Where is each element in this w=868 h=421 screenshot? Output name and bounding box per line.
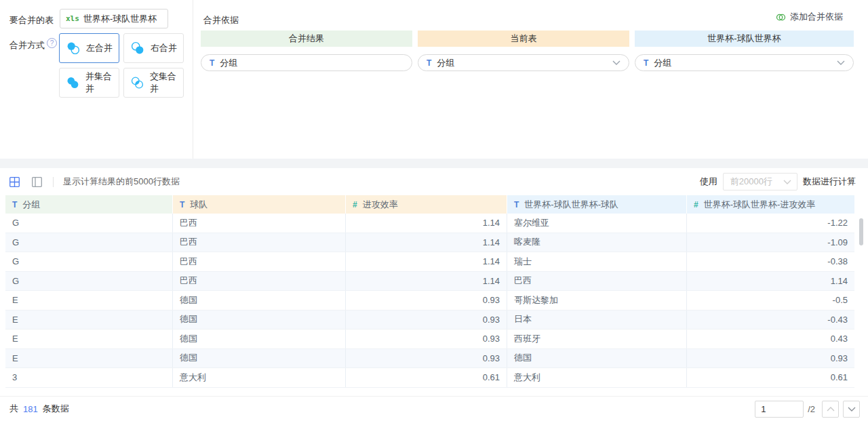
column-header-1[interactable]: T球队 xyxy=(173,195,346,214)
join-key-field-label: 分组 xyxy=(654,57,671,69)
text-type-icon: T xyxy=(180,200,184,209)
union-join-icon xyxy=(66,76,79,89)
table-cell: G xyxy=(5,233,173,252)
help-icon[interactable]: ? xyxy=(47,38,57,48)
column-header-label: 世界杯-球队世界杯-进攻效率 xyxy=(704,199,816,211)
table-cell: E xyxy=(5,291,173,310)
merge-table-input[interactable]: xls 世界杯-球队世界杯 xyxy=(60,9,168,28)
xls-file-icon: xls xyxy=(66,14,79,23)
table-row: 3意大利0.61意大利0.61 xyxy=(5,368,854,388)
chevron-down-icon xyxy=(612,60,620,65)
merge-method-label: 交集合并 xyxy=(150,71,183,95)
table-cell: 巴西 xyxy=(173,272,346,291)
vertical-scrollbar[interactable] xyxy=(859,218,863,245)
table-cell: 1.14 xyxy=(346,214,507,233)
chevron-down-icon xyxy=(783,180,791,184)
text-type-icon: T xyxy=(514,200,519,209)
column-header-0[interactable]: T分组 xyxy=(5,195,173,214)
row-limit-select[interactable]: 前20000行 xyxy=(723,173,797,191)
number-type-icon: # xyxy=(694,200,698,209)
table-cell: 西班牙 xyxy=(507,329,687,348)
join-keys-title: 合并依据 xyxy=(203,14,239,26)
table-row: E德国0.93德国0.93 xyxy=(5,349,854,369)
column-header-4[interactable]: #世界杯-球队世界杯-进攻效率 xyxy=(687,195,854,214)
table-cell: 意大利 xyxy=(173,368,346,387)
text-type-icon: T xyxy=(210,58,214,68)
merge-method-right-join[interactable]: 右合并 xyxy=(123,33,184,63)
table-cell: 1.14 xyxy=(346,233,507,252)
merge-method-intersect-join[interactable]: 交集合并 xyxy=(123,68,184,98)
join-key-table-header: 世界杯-球队世界杯 xyxy=(635,31,854,47)
use-label: 使用 xyxy=(700,176,717,188)
join-key-field-select[interactable]: T分组 xyxy=(635,54,854,71)
table-cell: 德国 xyxy=(173,349,346,368)
table-row: G巴西1.14塞尔维亚-1.22 xyxy=(5,214,854,233)
add-join-key-button[interactable]: 添加合并依据 xyxy=(776,11,843,23)
merge-table-name: 世界杯-球队世界杯 xyxy=(83,13,157,25)
table-cell: G xyxy=(5,252,173,271)
table-cell: 巴西 xyxy=(173,233,346,252)
column-header-label: 球队 xyxy=(190,199,208,211)
table-cell: E xyxy=(5,349,173,368)
pagination: /2 xyxy=(755,401,860,418)
table-cell: 塞尔维亚 xyxy=(507,214,687,233)
total-prefix: 共 xyxy=(9,403,18,415)
next-page-button[interactable] xyxy=(843,401,860,418)
result-toolbar: 显示计算结果的前5000行数据 使用 前20000行 数据进行计算 xyxy=(0,168,868,195)
table-cell: 3 xyxy=(5,368,173,387)
table-cell: 德国 xyxy=(507,349,687,368)
table-cell: 巴西 xyxy=(173,252,346,271)
merge-methods: 左合并右合并并集合并交集合并 xyxy=(59,33,184,98)
table-cell: G xyxy=(5,214,173,233)
join-key-table-header: 合并结果 xyxy=(201,31,412,47)
table-cell: 巴西 xyxy=(507,272,687,291)
row-limit-value: 前20000行 xyxy=(730,176,772,188)
result-table-body: G巴西1.14塞尔维亚-1.22G巴西1.14喀麦隆-1.09G巴西1.14瑞士… xyxy=(5,214,854,388)
table-cell: 0.93 xyxy=(346,329,507,348)
table-cell: 德国 xyxy=(173,291,346,310)
table-cell: E xyxy=(5,329,173,348)
table-cell: -1.09 xyxy=(687,233,854,252)
add-join-key-label: 添加合并依据 xyxy=(790,11,843,23)
table-cell: 1.14 xyxy=(687,272,854,291)
table-cell: 喀麦隆 xyxy=(507,233,687,252)
merge-method-label: 并集合并 xyxy=(85,71,119,95)
join-key-field-label: 分组 xyxy=(220,57,237,69)
merge-config-panel: 要合并的表 xls 世界杯-球队世界杯 合并方式 ? 左合并右合并并集合并交集合… xyxy=(0,0,868,159)
table-cell: 0.61 xyxy=(687,368,854,387)
table-cell: 0.93 xyxy=(346,349,507,368)
table-cell: -0.38 xyxy=(687,252,854,271)
table-row: E德国0.93日本-0.43 xyxy=(5,310,854,330)
join-key-column-2: 世界杯-球队世界杯T分组 xyxy=(635,31,854,71)
total-suffix: 条数据 xyxy=(43,403,69,415)
column-header-label: 分组 xyxy=(22,199,40,211)
page-number-input[interactable] xyxy=(755,401,804,418)
table-cell: 1.14 xyxy=(346,252,507,271)
table-cell: 哥斯达黎加 xyxy=(507,291,687,310)
panel-view-icon[interactable] xyxy=(32,177,42,187)
join-key-field-select[interactable]: T分组 xyxy=(418,54,629,71)
chevron-up-icon xyxy=(827,407,835,412)
prev-page-button[interactable] xyxy=(822,401,839,418)
table-cell: 0.61 xyxy=(346,368,507,387)
table-row: G巴西1.14瑞士-0.38 xyxy=(5,252,854,272)
merge-method-union-join[interactable]: 并集合并 xyxy=(59,68,119,98)
column-header-3[interactable]: T世界杯-球队世界杯-球队 xyxy=(507,195,687,214)
text-type-icon: T xyxy=(644,58,648,68)
chevron-down-icon xyxy=(837,60,845,65)
table-cell: 0.93 xyxy=(346,310,507,329)
join-keys-pane: 合并依据 添加合并依据 合并结果T分组当前表T分组世界杯-球队世界杯T分组 xyxy=(194,0,868,159)
table-cell: -0.43 xyxy=(687,310,854,329)
merge-method-label: 合并方式 xyxy=(9,39,45,52)
grid-view-icon[interactable] xyxy=(9,177,20,187)
column-header-2[interactable]: #进攻效率 xyxy=(346,195,507,214)
total-count: 181 xyxy=(23,404,38,414)
join-key-columns: 合并结果T分组当前表T分组世界杯-球队世界杯T分组 xyxy=(201,31,854,71)
join-key-field-select[interactable]: T分组 xyxy=(201,54,412,71)
table-cell: -1.22 xyxy=(687,214,854,233)
merge-method-left-join[interactable]: 左合并 xyxy=(59,33,119,63)
page-total: /2 xyxy=(808,404,815,414)
table-row: E德国0.93西班牙0.43 xyxy=(5,329,854,349)
merge-method-label: 左合并 xyxy=(86,42,113,54)
column-header-label: 世界杯-球队世界杯-球队 xyxy=(524,199,618,211)
